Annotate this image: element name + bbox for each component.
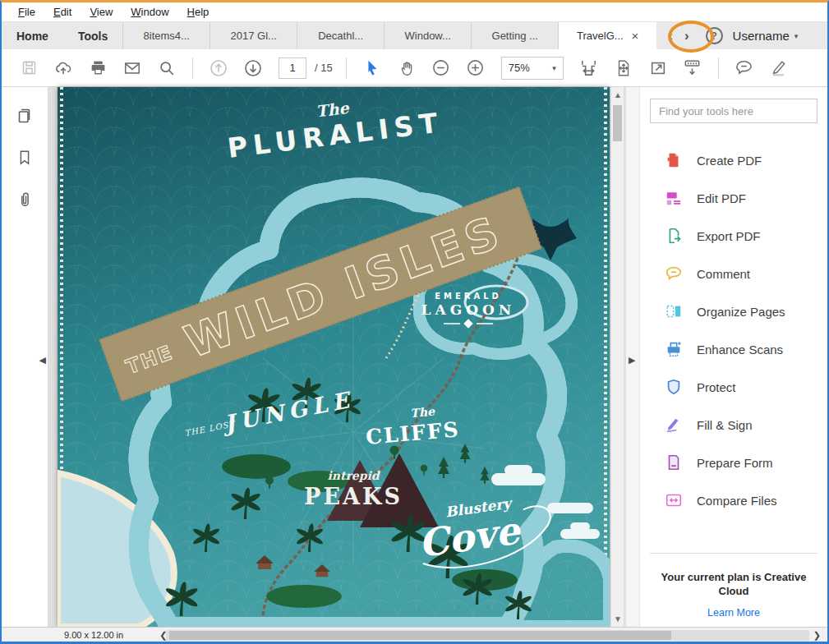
previous-page-button[interactable] bbox=[203, 53, 234, 84]
close-icon[interactable]: × bbox=[632, 30, 639, 42]
tool-fill-sign[interactable]: Fill & Sign bbox=[650, 406, 817, 444]
tool-label: Prepare Form bbox=[697, 456, 773, 470]
tab-doc-8items4[interactable]: 8items4... bbox=[122, 22, 210, 49]
toolbar-separator bbox=[346, 58, 347, 79]
attachments-button[interactable] bbox=[16, 191, 34, 211]
tool-compare-files[interactable]: Compare Files bbox=[650, 481, 817, 519]
select-tool-button[interactable] bbox=[357, 53, 388, 84]
tool-prepare-form[interactable]: Prepare Form bbox=[650, 444, 817, 481]
prev-tab-arrow[interactable]: ‹ bbox=[668, 28, 673, 44]
toolbar-separator bbox=[718, 58, 719, 79]
fit-width-button[interactable] bbox=[573, 53, 605, 84]
lagoon-label-2: LAGOON bbox=[421, 301, 516, 318]
tools-search-input[interactable] bbox=[650, 99, 817, 123]
next-tab-arrow[interactable]: › bbox=[684, 28, 689, 44]
cloud-upload-icon bbox=[54, 59, 72, 77]
menu-edit-accel: E bbox=[53, 6, 61, 18]
page-up-icon bbox=[209, 58, 228, 78]
tool-comment[interactable]: Comment bbox=[650, 255, 817, 292]
plan-block: Your current plan is Creative Cloud Lear… bbox=[650, 553, 817, 619]
acrobat-window: File Edit View Window Help Home Tools 8i… bbox=[0, 0, 829, 644]
tool-protect[interactable]: Protect bbox=[650, 368, 817, 406]
tool-label: Create PDF bbox=[697, 154, 762, 168]
menu-view[interactable]: View bbox=[81, 6, 121, 18]
collapse-toolbar-button[interactable] bbox=[677, 53, 708, 84]
menu-file[interactable]: File bbox=[10, 6, 44, 18]
tool-label: Edit PDF bbox=[697, 191, 746, 205]
menu-edit-rest: dit bbox=[61, 6, 72, 18]
fill-sign-pen-icon bbox=[665, 416, 683, 434]
tab-tools[interactable]: Tools bbox=[63, 22, 122, 49]
peaks-label: PEAKS bbox=[304, 484, 403, 509]
save-button[interactable] bbox=[13, 53, 44, 84]
vertical-scrollbar[interactable]: ▲ ▼ bbox=[610, 87, 624, 627]
tool-label: Comment bbox=[697, 267, 750, 281]
tool-list: Create PDF Edit PDF Export PDF bbox=[650, 141, 817, 519]
plan-text: Your current plan is Creative Cloud bbox=[650, 564, 817, 607]
scroll-right-icon[interactable]: ❯ bbox=[813, 630, 821, 641]
email-button[interactable] bbox=[117, 53, 148, 84]
learn-more-link[interactable]: Learn More bbox=[650, 607, 817, 619]
tool-export-pdf[interactable]: Export PDF bbox=[650, 217, 817, 255]
collapse-left-pane-arrow[interactable]: ◀ bbox=[39, 355, 46, 366]
zoom-in-button[interactable] bbox=[460, 53, 491, 84]
tool-label: Fill & Sign bbox=[697, 418, 753, 432]
full-screen-button[interactable] bbox=[642, 53, 674, 84]
organize-pages-icon bbox=[665, 302, 683, 320]
toolbar: / 15 75% ▾ bbox=[2, 49, 827, 87]
tab-doc-getting[interactable]: Getting ... bbox=[471, 22, 558, 49]
horizontal-scrollbar[interactable] bbox=[166, 630, 809, 641]
left-navigation-pane: ◀ bbox=[2, 87, 48, 627]
search-button[interactable] bbox=[151, 53, 182, 84]
menu-help-rest: elp bbox=[195, 6, 209, 18]
username-label: Username bbox=[733, 29, 790, 43]
menu-file-rest: ile bbox=[25, 6, 35, 18]
toolbar-separator bbox=[192, 58, 193, 79]
protect-shield-icon bbox=[665, 378, 683, 396]
horizontal-scrollbar-thumb[interactable] bbox=[169, 631, 671, 640]
save-icon bbox=[21, 59, 38, 76]
tool-edit-pdf[interactable]: Edit PDF bbox=[650, 179, 817, 217]
enhance-scans-icon bbox=[665, 340, 683, 358]
bookmarks-button[interactable] bbox=[16, 149, 34, 169]
page-dimensions-label: 9.00 x 12.00 in bbox=[64, 630, 123, 640]
share-cloud-button[interactable] bbox=[48, 53, 79, 84]
scroll-down-icon[interactable]: ▼ bbox=[611, 614, 624, 623]
tool-organize-pages[interactable]: Organize Pages bbox=[650, 292, 817, 330]
page-count-label: / 15 bbox=[315, 62, 333, 74]
fit-page-button[interactable] bbox=[608, 53, 639, 84]
comment-tool-button[interactable] bbox=[729, 53, 760, 84]
tool-enhance-scans[interactable]: Enhance Scans bbox=[650, 330, 817, 368]
comment-icon bbox=[665, 264, 683, 283]
username-menu[interactable]: Username ▾ bbox=[733, 22, 799, 49]
tab-home[interactable]: Home bbox=[2, 22, 63, 49]
help-icon[interactable]: ? bbox=[706, 27, 723, 44]
tab-doc-window[interactable]: Window... bbox=[384, 22, 471, 49]
main-area: ◀ bbox=[2, 87, 827, 627]
tool-create-pdf[interactable]: Create PDF bbox=[650, 141, 817, 179]
next-page-button[interactable] bbox=[237, 53, 269, 84]
tab-doc-decathl[interactable]: Decathl... bbox=[297, 22, 384, 49]
tab-doc-2017gl[interactable]: 2017 Gl... bbox=[210, 22, 297, 49]
paperclip-icon bbox=[16, 191, 34, 209]
menu-help[interactable]: Help bbox=[179, 6, 218, 18]
zoom-level-dropdown[interactable]: 75% ▾ bbox=[501, 57, 564, 80]
page-thumbnails-button[interactable] bbox=[15, 105, 35, 127]
collapse-right-pane-arrow[interactable]: ▶ bbox=[629, 355, 635, 366]
collapse-toolbar-icon bbox=[683, 58, 702, 77]
highlight-tool-button[interactable] bbox=[763, 53, 794, 84]
vertical-scrollbar-thumb[interactable] bbox=[613, 105, 622, 141]
print-button[interactable] bbox=[82, 53, 113, 84]
hand-tool-button[interactable] bbox=[391, 53, 422, 84]
pdf-page[interactable]: The PLURALIST THE WILD ISLES EMERALD bbox=[58, 87, 610, 627]
menu-edit[interactable]: Edit bbox=[45, 6, 80, 18]
menu-help-accel: H bbox=[187, 6, 195, 18]
right-pane-strip: ▶ bbox=[625, 87, 640, 627]
tab-bar: Home Tools 8items4... 2017 Gl... Decathl… bbox=[2, 22, 827, 49]
scroll-up-icon[interactable]: ▲ bbox=[611, 90, 624, 99]
tab-doc-travelg-active[interactable]: TravelG... × bbox=[558, 22, 656, 49]
menu-window[interactable]: Window bbox=[122, 6, 177, 18]
zoom-out-button[interactable] bbox=[426, 53, 457, 84]
envelope-icon bbox=[123, 59, 141, 77]
page-number-input[interactable] bbox=[279, 58, 306, 79]
